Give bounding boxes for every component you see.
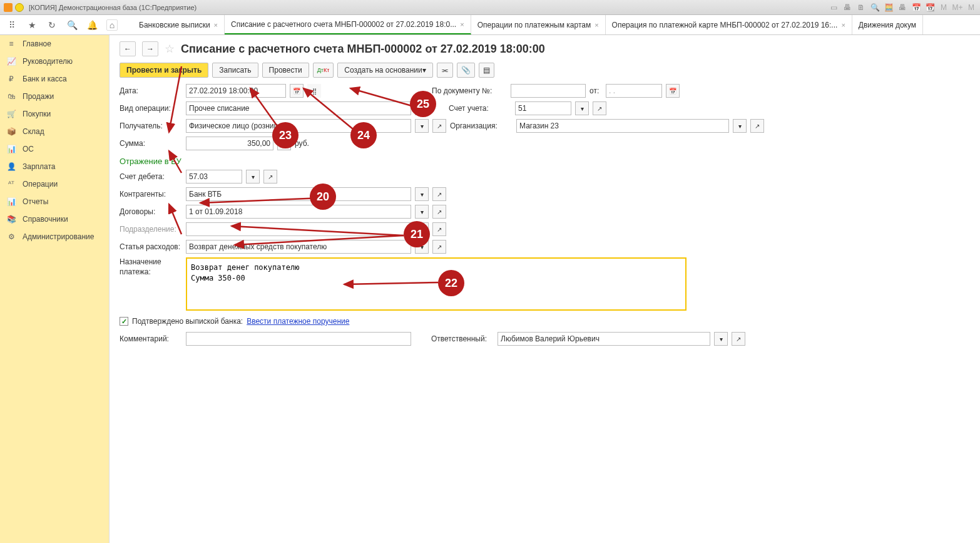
sidebar-item-bank[interactable]: ₽Банк и касса [0,70,109,88]
schet-ucheta-input[interactable]: 51 [515,101,571,115]
close-icon[interactable]: × [841,21,845,29]
schet-debeta-label: Счет дебета: [120,172,182,181]
m-icon[interactable]: M [939,3,949,13]
data-input[interactable]: 27.02.2019 18:00:00 [186,84,286,98]
tabs-bar: Банковские выписки× Списание с расчетног… [133,15,974,34]
mminus-icon[interactable]: M [966,3,976,13]
schet-ucheta-label: Счет учета: [449,104,511,113]
sidebar-item-otchety[interactable]: 📊Отчеты [0,193,109,210]
dogovory-input[interactable]: 1 от 01.09.2018 [186,205,411,219]
kommentariy-input[interactable] [186,332,411,346]
attach-button[interactable]: 📎 [457,63,475,78]
sidebar-item-spravochniki[interactable]: 📚Справочники [0,210,109,228]
tab-operaciya-kartoy[interactable]: Операция по платежной карте МНБП-000002 … [606,15,852,34]
vid-operacii-input[interactable]: Прочее списание [186,101,411,115]
open-icon[interactable]: ↗ [432,240,446,254]
open-icon[interactable]: ↗ [432,187,446,201]
screen-icon[interactable]: ▭ [829,3,839,13]
home-icon[interactable]: ⌂ [106,19,118,31]
ruble-icon: ₽ [6,75,16,83]
statya-label: Статья расходов: [120,242,182,251]
close-icon[interactable]: × [595,21,598,29]
tab-operacii[interactable]: Операции по платежным картам× [471,15,606,34]
zapisat-button[interactable]: Записать [212,63,258,78]
open-icon[interactable]: ↗ [732,332,745,346]
open-icon[interactable]: ↗ [263,170,277,184]
otvetstvenniy-input[interactable]: Любимов Валерий Юрьевич [498,332,710,346]
open-icon[interactable]: ↗ [750,119,764,133]
sidebar-item-zarplata[interactable]: 👤Зарплата [0,158,109,175]
open-icon[interactable]: ↗ [593,101,606,115]
sidebar-item-prodazhi[interactable]: 🛍Продажи [0,88,109,105]
dropdown-icon[interactable]: ▾ [575,101,589,115]
forward-button[interactable]: → [142,41,158,56]
open-icon[interactable]: ↗ [432,222,446,236]
podrazdelenie-label: Подразделение: [120,225,182,234]
divider-icon: ⣿ [307,84,321,98]
sozdat-na-osnovanii-button[interactable]: Создать на основании ▾ [337,63,433,78]
related-button[interactable]: ⫘ [437,63,453,78]
poluchatel-input[interactable]: Физическое лицо (розница) [186,119,411,133]
dropdown-icon[interactable]: ▾ [415,187,429,201]
sidebar-item-pokupki[interactable]: 🛒Покупки [0,105,109,123]
statya-input[interactable]: Возврат денежных средств покупателю [186,240,411,254]
close-icon[interactable]: × [460,21,464,28]
sidebar-item-os[interactable]: 📊ОС [0,140,109,158]
open-icon[interactable]: ↗ [432,205,446,219]
bell-icon[interactable]: 🔔 [86,19,98,31]
naznachenie-textarea[interactable] [186,257,687,311]
dropdown-icon[interactable]: ▾ [246,170,260,184]
provesti-zakryt-button[interactable]: Провести и закрыть [120,63,208,78]
dropdown-icon[interactable]: ▾ [415,101,429,115]
star-icon[interactable]: ★ [26,19,38,31]
tab-bank-statements[interactable]: Банковские выписки× [133,15,225,34]
vvesti-link[interactable]: Ввести платежное поручение [247,317,349,326]
calendar-icon[interactable]: 📅 [911,3,921,13]
provesti-button[interactable]: Провести [262,63,309,78]
back-button[interactable]: ← [120,41,136,56]
dropdown-icon[interactable]: ▾ [415,205,429,219]
favorite-star-icon[interactable]: ☆ [165,42,175,56]
summa-input[interactable]: 350,00 [186,137,273,150]
dtkt-button[interactable]: ДтКт [313,63,334,78]
vid-operacii-label: Вид операции: [120,104,182,113]
search-icon[interactable]: 🔍 [66,19,78,31]
calendar2-icon[interactable]: 📅 [666,84,680,98]
doc-icon[interactable]: 🗎 [856,3,866,13]
mplus-icon[interactable]: M+ [952,3,962,13]
vhod-input[interactable] [511,84,586,98]
tab-spisanie[interactable]: Списание с расчетного счета МНБП-000002 … [225,15,471,34]
sidebar-item-sklad[interactable]: 📦Склад [0,123,109,140]
print-icon[interactable]: 🖶 [842,3,852,13]
dropdown-icon[interactable]: ▾ [733,119,747,133]
organizaciya-input[interactable]: Магазин 23 [516,119,729,133]
calendar-icon[interactable]: 📅 [290,84,304,98]
sidebar: ≡Главное 📈Руководителю ₽Банк и касса 🛍Пр… [0,35,110,543]
close-icon[interactable]: × [214,21,218,29]
dropdown-icon[interactable]: ▾ [415,240,429,254]
grid-icon[interactable]: ⠿ [6,19,18,31]
ot-input[interactable]: . . [606,84,662,98]
schet-debeta-input[interactable]: 57.03 [186,170,242,184]
open-icon[interactable]: ↗ [432,119,446,133]
dropdown-icon[interactable]: ▾ [714,332,728,346]
sidebar-item-glavnoe[interactable]: ≡Главное [0,35,109,53]
podrazdelenie-input[interactable] [186,222,411,236]
dogovory-label: Договоры: [120,207,182,216]
kontragenty-input[interactable]: Банк ВТБ [186,187,411,201]
tab-dvizheniya[interactable]: Движения докум [852,15,923,34]
sidebar-item-operacii[interactable]: ᴬᵀОперации [0,175,109,193]
dropdown-icon[interactable]: ▾ [415,119,429,133]
calc-icon[interactable]: 🧮 [277,137,291,150]
date-icon[interactable]: 📆 [925,3,935,13]
dropdown-icon[interactable] [15,3,24,12]
history-icon[interactable]: ↻ [46,19,58,31]
search-tb-icon[interactable]: 🔍 [870,3,880,13]
dropdown-icon[interactable]: ▾ [415,222,429,236]
sidebar-item-rukovoditelyu[interactable]: 📈Руководителю [0,53,109,70]
calc-icon[interactable]: 🧮 [884,3,894,13]
print2-icon[interactable]: 🖶 [897,3,907,13]
sidebar-item-admin[interactable]: ⚙Администрирование [0,228,109,246]
list-button[interactable]: ▤ [479,63,494,78]
confirmed-checkbox[interactable]: ✓ [120,317,128,326]
